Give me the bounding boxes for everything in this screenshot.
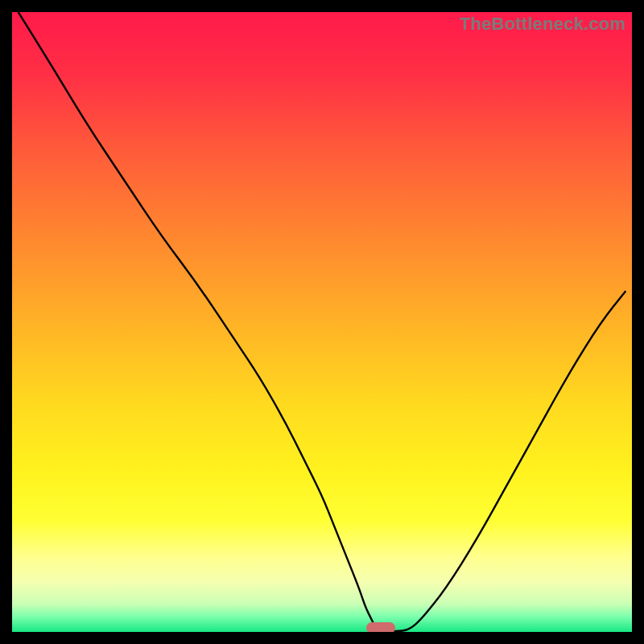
plot-area: TheBottleneck.com bbox=[12, 12, 632, 632]
chart-frame: TheBottleneck.com bbox=[0, 0, 644, 644]
sweet-spot-marker bbox=[366, 622, 395, 632]
bottleneck-curve bbox=[12, 12, 632, 632]
